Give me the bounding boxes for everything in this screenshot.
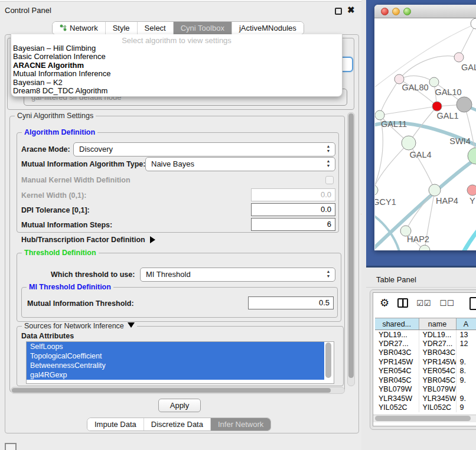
which-threshold-combobox[interactable]: MI Threshold ▲▼ <box>140 268 335 282</box>
attribute-item-selected[interactable]: TopologicalCoefficient <box>27 351 324 361</box>
table-cell[interactable] <box>456 385 476 394</box>
table-cell[interactable]: YIL052C <box>419 403 456 413</box>
sources-toggle[interactable]: Sources for Network Inference <box>22 322 137 330</box>
table-cell[interactable] <box>456 348 476 358</box>
table-cell[interactable]: 9. <box>456 394 476 403</box>
table-row[interactable]: YPR145WYPR145W9. <box>375 357 476 367</box>
table-cell[interactable]: YPR145W <box>375 357 419 367</box>
table-row[interactable]: YLR345WYLR345W9. <box>375 394 476 403</box>
node-cut-top[interactable] <box>471 18 476 29</box>
mi-threshold-input[interactable]: 0.5 <box>248 296 334 309</box>
node-attribute-table[interactable]: shared...nameA YDL19...YDL19...13YDR27..… <box>375 318 476 412</box>
attribute-item-selected[interactable]: SelfLoops <box>27 342 324 351</box>
table-cell[interactable]: 8. <box>456 367 476 376</box>
tab-style[interactable]: Style <box>106 22 138 34</box>
table-cell[interactable]: YBR043C <box>419 348 456 358</box>
column-header-shared[interactable]: shared... <box>375 318 419 330</box>
node-GAL11[interactable] <box>375 110 384 120</box>
algorithm-option[interactable]: Dream8 DC_TDC Algorithm <box>11 87 342 95</box>
node-GAL4[interactable] <box>402 136 416 150</box>
table-cell[interactable]: YBL079W <box>375 385 419 394</box>
attributes-scrollbar[interactable] <box>325 343 331 378</box>
table-cell[interactable]: 13 <box>456 330 476 340</box>
table-row[interactable]: YER054CYER054C8. <box>375 367 476 376</box>
table-row[interactable]: YBL079WYBL079W <box>375 385 476 394</box>
table-cell[interactable]: YBL079W <box>419 385 456 394</box>
apply-button[interactable]: Apply <box>158 399 201 412</box>
tab-infer-network[interactable]: Infer Network <box>211 418 270 431</box>
table-row[interactable]: YBR043CYBR043C <box>375 348 476 358</box>
table-cell[interactable]: YER054C <box>375 367 419 376</box>
settings-hscrollbar-thumb[interactable] <box>12 388 331 393</box>
aracne-mode-value: Discovery <box>79 145 113 154</box>
table-cell[interactable]: YDL19... <box>419 330 456 340</box>
tab-select[interactable]: Select <box>138 22 174 34</box>
data-attributes-list[interactable]: SelfLoopsTopologicalCoefficientBetweenne… <box>26 341 334 384</box>
tab-impute-data[interactable]: Impute Data <box>87 418 144 431</box>
algorithm-option[interactable]: ARACNE Algorithm <box>11 61 342 70</box>
gear-icon[interactable]: ⚙ <box>380 298 389 308</box>
table-cell[interactable]: YDR27... <box>419 339 456 348</box>
page-icon[interactable] <box>470 297 476 310</box>
mac-zoom-button[interactable] <box>403 8 411 15</box>
node-gal-cut[interactable] <box>454 53 464 62</box>
attribute-item-selected[interactable]: gal4RGexp <box>27 370 324 380</box>
unchecked-pair-icon[interactable]: ☐☐ <box>439 299 454 308</box>
split-columns-icon[interactable] <box>397 298 408 308</box>
float-window-icon[interactable] <box>335 8 342 15</box>
table-row[interactable]: YBR045CYBR045C9. <box>375 376 476 385</box>
algorithm-option[interactable]: Bayesian – Hill Climbing <box>11 44 342 53</box>
mi-type-combobox[interactable]: Naive Bayes ▲▼ <box>145 157 335 171</box>
network-window-titlebar[interactable] <box>374 5 476 18</box>
network-graph[interactable]: GALGAL80GAL10GAL1GAL11GAL4SWI4GCY1HAP4YH… <box>375 18 476 250</box>
table-row[interactable]: YDL19...YDL19...13 <box>375 330 476 340</box>
close-panel-icon[interactable]: ✖ <box>347 5 355 15</box>
algorithm-option[interactable]: Mutual Information Inference <box>11 70 342 78</box>
table-cell[interactable]: 12 <box>456 339 476 348</box>
node-GAL10[interactable] <box>429 77 439 87</box>
tab-discretize-data[interactable]: Discretize Data <box>144 418 211 431</box>
checked-pair-icon[interactable]: ☑☑ <box>416 299 431 308</box>
table-cell[interactable]: 9. <box>456 357 476 367</box>
table-cell[interactable]: YBR043C <box>375 348 419 358</box>
table-cell[interactable]: YDL19... <box>375 330 419 340</box>
mac-close-button[interactable] <box>381 8 389 15</box>
node-gray[interactable] <box>457 97 472 112</box>
table-hscrollbar-thumb[interactable] <box>375 416 471 421</box>
table-row[interactable]: YDR27...YDR27...12 <box>375 339 476 348</box>
aracne-mode-combobox[interactable]: Discovery ▲▼ <box>73 142 335 156</box>
table-cell[interactable]: 9 <box>456 403 476 413</box>
table-cell[interactable]: YDR27... <box>375 339 419 348</box>
tab-jactivemnodules[interactable]: jActiveMNodules <box>232 22 304 34</box>
node-GAL1[interactable] <box>432 102 442 111</box>
table-cell[interactable]: YLR345W <box>419 394 456 403</box>
algorithm-option[interactable]: Bayesian – K2 <box>11 79 342 87</box>
node-GCY1[interactable] <box>375 185 378 195</box>
hub-definition-toggle[interactable]: Hub/Transcription Factor Definition <box>21 236 155 244</box>
algorithm-option[interactable]: Basic Correlation Inference <box>11 53 342 61</box>
attribute-item-selected[interactable]: BetweennessCentrality <box>27 361 324 370</box>
table-cell[interactable]: YIL052C <box>375 403 419 413</box>
settings-vscrollbar-thumb[interactable] <box>348 113 354 378</box>
column-header-A[interactable]: A <box>456 318 476 330</box>
mi-steps-input[interactable]: 6 <box>251 218 335 231</box>
node-HAP4[interactable] <box>429 184 441 196</box>
kernel-width-input[interactable]: 0.0 <box>251 188 335 201</box>
table-cell[interactable]: YLR345W <box>375 394 419 403</box>
collapsed-panel-icon[interactable] <box>5 443 17 450</box>
tab-network[interactable]: Network <box>53 22 106 34</box>
column-header-name[interactable]: name <box>419 318 456 330</box>
table-cell[interactable]: YBR045C <box>419 376 456 385</box>
table-cell[interactable]: 9. <box>456 376 476 385</box>
table-row[interactable]: YIL052CYIL052C9 <box>375 403 476 413</box>
dpi-tolerance-input[interactable]: 0.0 <box>251 203 335 216</box>
tab-cyni-toolbox[interactable]: Cyni Toolbox <box>174 22 232 34</box>
table-cell[interactable]: YBR045C <box>375 376 419 385</box>
table-cell[interactable]: YPR145W <box>419 357 456 367</box>
node-Y-cut[interactable] <box>467 185 476 195</box>
mac-minimize-button[interactable] <box>392 8 400 15</box>
node-cut-bottom[interactable] <box>419 245 430 250</box>
table-cell[interactable]: YER054C <box>419 367 456 376</box>
manual-kernel-label: Manual Kernel Width Definition <box>21 176 131 184</box>
manual-kernel-checkbox[interactable] <box>325 176 334 184</box>
